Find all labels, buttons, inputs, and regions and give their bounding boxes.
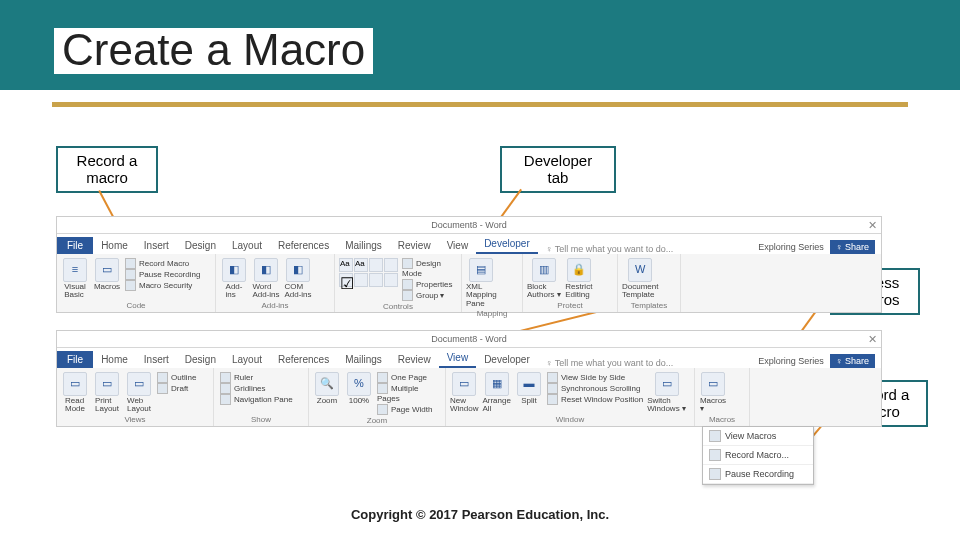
read-mode-button[interactable]: ▭Read Mode	[61, 370, 89, 414]
tab-file[interactable]: File	[57, 237, 93, 254]
btn-label: Word Add-ins	[252, 283, 279, 300]
menu-label: View Macros	[725, 431, 776, 441]
group-label: Controls	[339, 301, 457, 313]
group-label: Window	[450, 414, 690, 426]
tab-review[interactable]: Review	[390, 238, 439, 254]
record-macro-button[interactable]: Record Macro	[125, 258, 200, 269]
tab-view[interactable]: View	[439, 238, 477, 254]
tab-home[interactable]: Home	[93, 238, 136, 254]
macros-dropdown-menu: View Macros Record Macro... Pause Record…	[702, 426, 814, 485]
addins-button[interactable]: ◧Add- ins	[220, 256, 248, 300]
control-icon[interactable]: Aa	[354, 258, 368, 272]
reset-position-button[interactable]: Reset Window Position	[547, 394, 643, 405]
pause-icon	[709, 468, 721, 480]
share-button[interactable]: ♀ Share	[830, 354, 875, 368]
btn-label: Visual Basic	[64, 283, 86, 300]
control-icon[interactable]	[369, 258, 383, 272]
tab-developer[interactable]: Developer	[476, 236, 538, 254]
zoom-button[interactable]: 🔍Zoom	[313, 370, 341, 405]
tab-mailings[interactable]: Mailings	[337, 352, 390, 368]
tab-references[interactable]: References	[270, 238, 337, 254]
control-icon[interactable]	[384, 258, 398, 272]
outline-button[interactable]: Outline	[157, 372, 196, 383]
group-label: Zoom	[313, 415, 441, 427]
macro-security-button[interactable]: Macro Security	[125, 280, 200, 291]
doc-title: Document8 - Word	[431, 220, 506, 230]
menu-label: Pause Recording	[725, 469, 794, 479]
ruler-checkbox[interactable]: Ruler	[220, 372, 293, 383]
block-authors-button[interactable]: ▥Block Authors ▾	[527, 256, 561, 300]
btn-label: Switch Windows ▾	[647, 397, 686, 414]
gridlines-checkbox[interactable]: Gridlines	[220, 383, 293, 394]
account-label: Exploring Series	[758, 356, 824, 366]
tab-insert[interactable]: Insert	[136, 352, 177, 368]
tell-me-search[interactable]: ♀ Tell me what you want to do...	[538, 358, 674, 368]
btn-label: Print Layout	[95, 397, 119, 414]
pause-recording-button[interactable]: Pause Recording	[125, 269, 200, 280]
draft-button[interactable]: Draft	[157, 383, 196, 394]
sync-scroll-button[interactable]: Synchronous Scrolling	[547, 383, 643, 394]
tab-references[interactable]: References	[270, 352, 337, 368]
tab-design[interactable]: Design	[177, 238, 224, 254]
multi-pages-button[interactable]: Multiple Pages	[377, 383, 441, 404]
tab-layout[interactable]: Layout	[224, 352, 270, 368]
tell-me-search[interactable]: ♀ Tell me what you want to do...	[538, 244, 674, 254]
tab-file[interactable]: File	[57, 351, 93, 368]
group-button[interactable]: Group ▾	[402, 290, 457, 301]
tab-design[interactable]: Design	[177, 352, 224, 368]
doc-title: Document8 - Word	[431, 334, 506, 344]
tab-insert[interactable]: Insert	[136, 238, 177, 254]
design-mode-button[interactable]: Design Mode	[402, 258, 457, 279]
word-addins-button[interactable]: ◧Word Add-ins	[252, 256, 280, 300]
menu-pause-recording[interactable]: Pause Recording	[703, 465, 813, 484]
tab-mailings[interactable]: Mailings	[337, 238, 390, 254]
tab-review[interactable]: Review	[390, 352, 439, 368]
control-icon[interactable]: Aa	[339, 258, 353, 272]
switch-windows-button[interactable]: ▭Switch Windows ▾	[647, 370, 686, 414]
group-label: Mapping	[466, 308, 518, 320]
hundred-button[interactable]: %100%	[345, 370, 373, 405]
group-label: Templates	[622, 300, 676, 312]
control-icon[interactable]: ☑	[339, 273, 353, 287]
btn-label: Macros ▾	[700, 397, 726, 414]
btn-label: Zoom	[317, 397, 337, 405]
xml-mapping-button[interactable]: ▤XML Mapping Pane	[466, 256, 497, 308]
split-button[interactable]: ▬Split	[515, 370, 543, 405]
properties-button[interactable]: Properties	[402, 279, 457, 290]
callout-text: Developer tab	[524, 152, 592, 186]
side-by-side-button[interactable]: View Side by Side	[547, 372, 643, 383]
tab-view[interactable]: View	[439, 350, 477, 368]
one-page-button[interactable]: One Page	[377, 372, 441, 383]
restrict-editing-button[interactable]: 🔒Restrict Editing	[565, 256, 593, 300]
header-band: Create a Macro	[0, 0, 960, 90]
menu-record-macro[interactable]: Record Macro...	[703, 446, 813, 465]
macros-button[interactable]: ▭Macros	[93, 256, 121, 291]
macros-dropdown-button[interactable]: ▭Macros ▾	[699, 370, 727, 414]
share-button[interactable]: ♀ Share	[830, 240, 875, 254]
group-label: Views	[61, 414, 209, 426]
print-layout-button[interactable]: ▭Print Layout	[93, 370, 121, 414]
group-label: Add-ins	[220, 300, 330, 312]
account-label: Exploring Series	[758, 242, 824, 252]
btn-label: Macros	[94, 283, 120, 291]
close-icon[interactable]: ✕	[868, 333, 877, 346]
navpane-checkbox[interactable]: Navigation Pane	[220, 394, 293, 405]
new-window-button[interactable]: ▭New Window	[450, 370, 478, 414]
close-icon[interactable]: ✕	[868, 219, 877, 232]
btn-label: Add- ins	[226, 283, 243, 300]
arrange-all-button[interactable]: ▦Arrange All	[482, 370, 510, 414]
document-template-button[interactable]: WDocument Template	[622, 256, 658, 300]
com-addins-button[interactable]: ◧COM Add-ins	[284, 256, 312, 300]
web-layout-button[interactable]: ▭Web Layout	[125, 370, 153, 414]
control-icon[interactable]	[369, 273, 383, 287]
tab-developer[interactable]: Developer	[476, 352, 538, 368]
page-width-button[interactable]: Page Width	[377, 404, 441, 415]
tab-layout[interactable]: Layout	[224, 238, 270, 254]
visual-basic-button[interactable]: ≡Visual Basic	[61, 256, 89, 300]
tab-home[interactable]: Home	[93, 352, 136, 368]
btn-label: 100%	[349, 397, 369, 405]
control-icon[interactable]	[384, 273, 398, 287]
control-icon[interactable]	[354, 273, 368, 287]
menu-view-macros[interactable]: View Macros	[703, 427, 813, 446]
btn-label: Read Mode	[65, 397, 85, 414]
